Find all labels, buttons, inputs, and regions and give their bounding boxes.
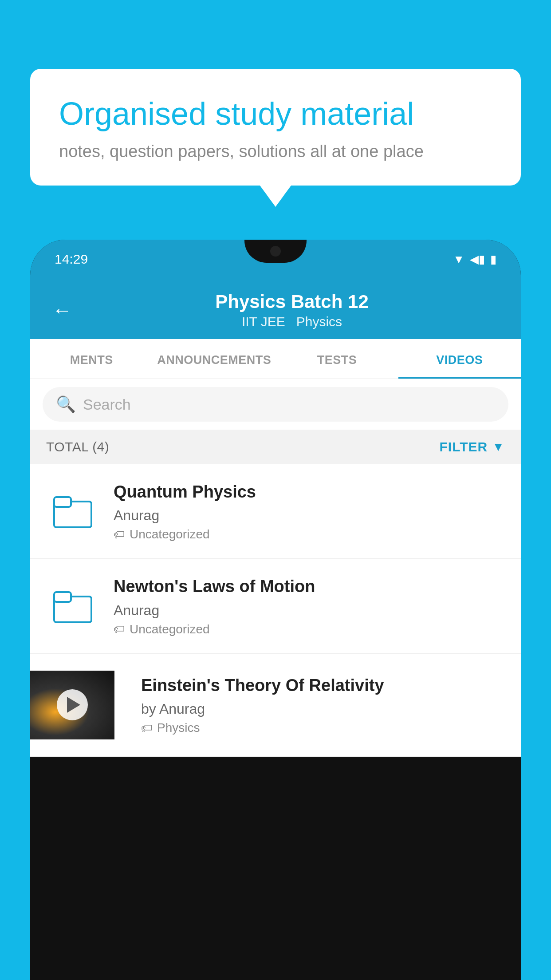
signal-icon: ◀▮ [470,253,485,266]
tab-tests[interactable]: TESTS [276,339,398,379]
tag-label: Physics [157,721,200,735]
video-title: Quantum Physics [114,481,505,503]
filter-button[interactable]: FILTER ▼ [440,439,505,454]
phone-notch [244,240,307,263]
filter-label: FILTER [440,439,488,454]
status-time: 14:29 [55,252,88,267]
battery-icon: ▮ [490,253,496,266]
video-title: Einstein's Theory Of Relativity [141,675,505,696]
phone-frame: 14:29 ▼ ◀▮ ▮ ← Physics Batch 12 IIT JEE … [30,240,521,980]
wifi-icon: ▼ [453,253,464,266]
batch-title: Physics Batch 12 [85,291,499,312]
video-author: Anurag [114,507,505,524]
tab-videos[interactable]: VIDEOS [398,339,521,379]
search-bar[interactable]: 🔍 Search [43,387,508,422]
bubble-subtitle: notes, question papers, solutions all at… [59,142,492,161]
back-button[interactable]: ← [52,299,72,321]
subtitle-physics: Physics [296,314,342,329]
header-title-block: Physics Batch 12 IIT JEE Physics [85,291,499,329]
search-container: 🔍 Search [30,379,521,430]
camera [270,246,281,257]
video-title: Newton's Laws of Motion [114,576,505,597]
speech-bubble: Organised study material notes, question… [30,69,521,186]
svg-rect-3 [54,592,71,602]
app-header: ← Physics Batch 12 IIT JEE Physics [30,279,521,339]
list-item[interactable]: Quantum Physics Anurag 🏷 Uncategorized [30,464,521,559]
status-bar: 14:29 ▼ ◀▮ ▮ [30,240,521,279]
play-button[interactable] [57,689,88,720]
video-info: Quantum Physics Anurag 🏷 Uncategorized [114,481,505,541]
list-item[interactable]: Newton's Laws of Motion Anurag 🏷 Uncateg… [30,559,521,653]
subtitle-iitjee: IIT JEE [242,314,285,329]
tag-label: Uncategorized [130,527,210,541]
video-author: by Anurag [141,701,505,717]
tabs-bar: MENTS ANNOUNCEMENTS TESTS VIDEOS [30,339,521,379]
tag-icon: 🏷 [114,622,125,636]
filter-row: TOTAL (4) FILTER ▼ [30,430,521,464]
video-tag: 🏷 Uncategorized [114,622,505,636]
speech-bubble-section: Organised study material notes, question… [30,69,521,186]
tab-ments[interactable]: MENTS [30,339,153,379]
video-info: Newton's Laws of Motion Anurag 🏷 Uncateg… [114,576,505,636]
folder-icon [53,589,92,624]
list-item[interactable]: Einstein's Theory Of Relativity by Anura… [30,654,521,757]
batch-subtitle: IIT JEE Physics [85,314,499,329]
tag-label: Uncategorized [130,622,210,636]
video-info: Einstein's Theory Of Relativity by Anura… [129,675,505,735]
folder-icon [53,494,92,529]
video-tag: 🏷 Uncategorized [114,527,505,541]
tag-icon: 🏷 [114,528,125,541]
video-list: Quantum Physics Anurag 🏷 Uncategorized N… [30,464,521,757]
thumbnail-bg [30,671,114,739]
play-icon [67,697,80,713]
folder-icon-container [46,494,99,529]
folder-icon-container [46,589,99,624]
svg-rect-1 [54,497,71,507]
video-thumbnail [30,671,114,739]
status-icons: ▼ ◀▮ ▮ [453,253,496,266]
video-author: Anurag [114,602,505,619]
search-placeholder-text: Search [83,396,131,413]
tag-icon: 🏷 [141,721,153,735]
tab-announcements[interactable]: ANNOUNCEMENTS [153,339,276,379]
filter-icon: ▼ [492,440,505,454]
bubble-title: Organised study material [59,95,492,132]
search-icon: 🔍 [56,395,76,414]
total-count: TOTAL (4) [46,439,109,454]
video-tag: 🏷 Physics [141,721,505,735]
